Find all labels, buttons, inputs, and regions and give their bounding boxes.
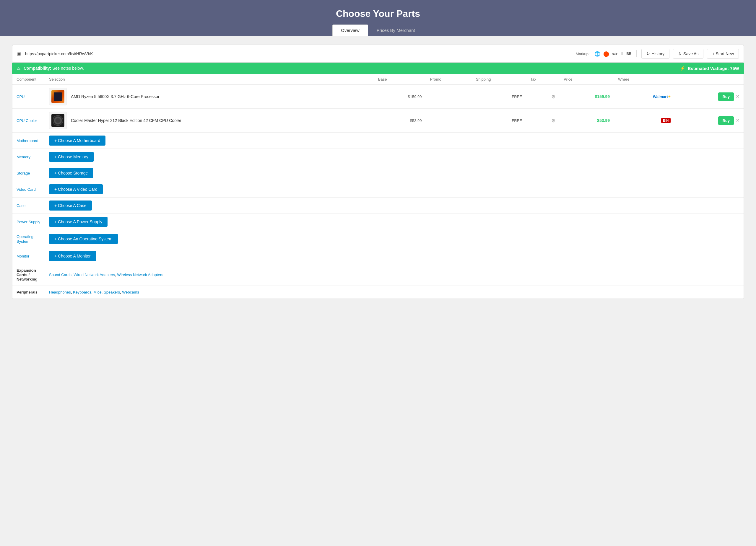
start-new-button[interactable]: + Start New (707, 49, 739, 59)
wattage-display: ⚡ Estimated Wattage: 75W (680, 66, 739, 71)
component-cell: Case (12, 198, 45, 214)
globe-icon[interactable]: 🌐 (594, 51, 600, 57)
expansion-link[interactable]: Wired Network Adapters (74, 273, 115, 277)
th-promo: Promo (426, 74, 472, 85)
peripheral-link[interactable]: Webcams (122, 290, 139, 294)
component-link[interactable]: CPU (17, 95, 25, 99)
peripherals-label: Peripherals (12, 286, 45, 299)
choose-button[interactable]: + Choose An Operating System (49, 234, 118, 244)
tab-overview[interactable]: Overview (332, 25, 368, 36)
base-price: $53.99 (374, 109, 426, 133)
component-cell: Video Card (12, 181, 45, 198)
lightning-icon: ⚡ (680, 66, 685, 71)
text-icon[interactable]: T (620, 51, 623, 56)
buy-button[interactable]: Buy (718, 92, 734, 101)
peripheral-link[interactable]: Keyboards (73, 290, 91, 294)
toolbar-wrapper: ▣ https://pcpartpicker.com/list/HRwVbK M… (12, 45, 744, 299)
peripheral-link[interactable]: Headphones (49, 290, 71, 294)
th-where: Where (614, 74, 675, 85)
selection-cell: Cooler Master Hyper 212 Black Edition 42… (45, 109, 374, 133)
choose-button[interactable]: + Choose Memory (49, 152, 94, 162)
component-link[interactable]: Memory (17, 155, 30, 159)
save-icon: ⇩ (678, 51, 682, 56)
remove-button[interactable]: ✕ (736, 118, 739, 123)
choose-button[interactable]: + Choose Storage (49, 168, 93, 178)
component-link[interactable]: CPU Cooler (17, 118, 37, 123)
tax-amount: ⚙ (526, 109, 560, 133)
compat-left: ⚠ Compatibility: See notes below. (17, 66, 84, 71)
tax-amount: ⚙ (526, 85, 560, 109)
selection-cell: + Choose A Motherboard (45, 133, 374, 149)
selection-cell: + Choose Storage (45, 165, 374, 181)
choose-button[interactable]: + Choose A Video Card (49, 184, 103, 194)
final-price: $159.99 (560, 85, 614, 109)
component-link[interactable]: Operating System (17, 235, 33, 244)
parts-container: Component Selection Base Promo Shipping … (12, 74, 744, 299)
history-button[interactable]: ↻ History (641, 49, 670, 59)
selection-cell: + Choose A Case (45, 198, 374, 214)
table-row: Motherboard+ Choose A Motherboard (12, 133, 744, 149)
tab-bar: Overview Prices By Merchant (6, 25, 750, 36)
tab-prices-by-merchant[interactable]: Prices By Merchant (368, 25, 424, 36)
url-display: https://pcpartpicker.com/list/HRwVbK (25, 51, 566, 56)
selection-cell: + Choose A Video Card (45, 181, 374, 198)
table-row: Power Supply+ Choose A Power Supply (12, 214, 744, 230)
table-row: Monitor+ Choose A Monitor (12, 248, 744, 264)
component-link[interactable]: Case (17, 204, 25, 208)
peripheral-link[interactable]: Speakers (104, 290, 120, 294)
component-cell: Monitor (12, 248, 45, 264)
th-selection: Selection (45, 74, 374, 85)
product-name: Cooler Master Hyper 212 Black Edition 42… (71, 118, 181, 123)
expansion-link[interactable]: Wireless Network Adapters (117, 273, 163, 277)
peripherals-links: Headphones, Keyboards, Mice, Speakers, W… (45, 286, 744, 299)
bb-icon[interactable]: BB (626, 52, 631, 56)
walmart-logo: Walmart✦ (653, 95, 671, 99)
toolbar: ▣ https://pcpartpicker.com/list/HRwVbK M… (12, 45, 744, 63)
component-cell: Storage (12, 165, 45, 181)
page-header: Choose Your Parts Overview Prices By Mer… (0, 0, 756, 36)
settings-icon[interactable]: ⚙ (551, 94, 555, 99)
parts-tbody: CPUAMD Ryzen 5 5600X 3.7 GHz 6-Core Proc… (12, 85, 744, 264)
component-link[interactable]: Motherboard (17, 139, 38, 143)
buy-button[interactable]: Buy (718, 116, 734, 125)
component-link[interactable]: Power Supply (17, 220, 40, 224)
save-as-button[interactable]: ⇩ Save As (673, 49, 703, 59)
component-link[interactable]: Storage (17, 171, 30, 176)
promo-price: — (426, 109, 472, 133)
choose-button[interactable]: + Choose A Power Supply (49, 217, 108, 227)
reddit-icon[interactable]: ⬤ (603, 51, 609, 57)
actions-cell: Buy✕ (675, 109, 744, 133)
selection-cell: + Choose Memory (45, 149, 374, 165)
browser-icon: ▣ (17, 51, 22, 57)
code-icon[interactable]: </> (612, 52, 618, 56)
retailer-cell: Walmart✦ (614, 85, 675, 109)
th-component: Component (12, 74, 45, 85)
extra-rows: Expansion Cards / Networking Sound Cards… (12, 264, 744, 298)
table-row: CPUAMD Ryzen 5 5600X 3.7 GHz 6-Core Proc… (12, 85, 744, 109)
selection-cell: + Choose A Power Supply (45, 214, 374, 230)
remove-button[interactable]: ✕ (736, 94, 739, 99)
choose-button[interactable]: + Choose A Monitor (49, 251, 96, 261)
settings-icon[interactable]: ⚙ (551, 118, 555, 123)
th-shipping: Shipping (472, 74, 526, 85)
final-price: $53.99 (560, 109, 614, 133)
expansion-row: Expansion Cards / Networking Sound Cards… (12, 264, 744, 286)
th-base: Base (374, 74, 426, 85)
product-name: AMD Ryzen 5 5600X 3.7 GHz 6-Core Process… (71, 94, 160, 99)
actions-cell: Buy✕ (675, 85, 744, 109)
choose-button[interactable]: + Choose A Case (49, 201, 92, 211)
table-row: Storage+ Choose Storage (12, 165, 744, 181)
choose-button[interactable]: + Choose A Motherboard (49, 136, 105, 146)
compat-notes-link[interactable]: notes (61, 66, 71, 71)
promo-price: — (426, 85, 472, 109)
component-cell: Motherboard (12, 133, 45, 149)
component-link[interactable]: Video Card (17, 187, 36, 192)
expansion-link[interactable]: Sound Cards (49, 273, 71, 277)
peripheral-link[interactable]: Mice (93, 290, 101, 294)
retailer-cell: B|H (614, 109, 675, 133)
component-link[interactable]: Monitor (17, 254, 29, 259)
component-cell: Memory (12, 149, 45, 165)
selection-cell: + Choose An Operating System (45, 230, 374, 248)
expansion-links: Sound Cards, Wired Network Adapters, Wir… (45, 264, 744, 286)
parts-table: Component Selection Base Promo Shipping … (12, 74, 744, 298)
